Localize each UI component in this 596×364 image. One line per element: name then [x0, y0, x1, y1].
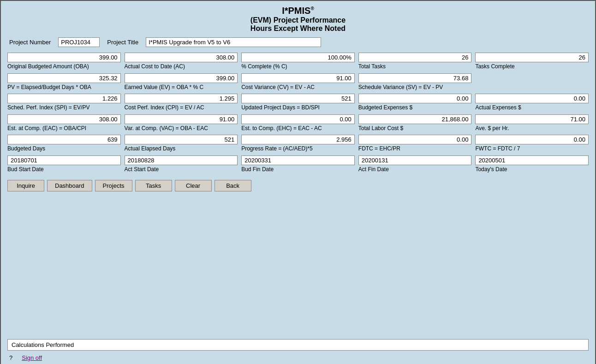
app-title: I*PMIS® [7, 6, 589, 16]
eac-label: Est. at Comp. (EAC) = OBA/CPI [7, 125, 121, 132]
ev-input[interactable] [125, 73, 238, 83]
upd-days-field: Updated Project Days = BD/SPI [241, 94, 355, 112]
project-number-label: Project Number [9, 39, 51, 46]
cv-sv-field: Cost Variance (CV) = EV - AC Schedule Va… [241, 73, 471, 91]
ave-hr-label: Ave. $ per Hr. [475, 125, 589, 132]
project-title-input[interactable] [146, 37, 321, 47]
budg-days-field: Budgeted Days [7, 135, 121, 153]
spi-input[interactable] [7, 94, 121, 103]
tasks-complete-input[interactable] [475, 53, 589, 62]
todays-date-input[interactable] [475, 155, 589, 165]
sv-label: Schedule Variance (SV) = EV - PV [358, 84, 472, 91]
fwtc-input[interactable] [475, 135, 589, 144]
cpi-input[interactable] [125, 94, 238, 103]
project-number-input[interactable] [58, 37, 100, 47]
oba-field: Original Budgeted Amount (OBA) [7, 53, 121, 71]
ave-hr-field: Ave. $ per Hr. [475, 114, 589, 132]
clear-button[interactable]: Clear [175, 180, 212, 191]
budg-days-label: Budgeted Days [7, 145, 121, 153]
ehc-input[interactable] [241, 114, 355, 124]
inquire-button[interactable]: Inquire [7, 180, 44, 191]
cv-input[interactable] [241, 73, 355, 83]
vac-field: Var. at Comp. (VAC) = OBA - EAC [125, 114, 238, 132]
vac-label: Var. at Comp. (VAC) = OBA - EAC [125, 125, 238, 132]
ehc-label: Est. to Comp. (EHC) = EAC - AC [241, 125, 355, 132]
pv-input[interactable] [7, 73, 121, 83]
tasks-button[interactable]: Tasks [135, 180, 172, 191]
fdtc-label: FDTC = EHC/PR [358, 145, 472, 153]
row1-values: Original Budgeted Amount (OBA) Actual Co… [7, 53, 589, 72]
fdtc-input[interactable] [358, 135, 472, 144]
total-tasks-input[interactable] [358, 53, 472, 62]
act-exp-input[interactable] [475, 94, 589, 103]
row3-values: Sched. Perf. Index (SPI) = EV/PV Cost Pe… [7, 94, 589, 113]
pv-field: PV = Elapsed/Budget Days * OBA [7, 73, 121, 91]
oba-label: Original Budgeted Amount (OBA) [7, 63, 121, 71]
spi-field: Sched. Perf. Index (SPI) = EV/PV [7, 94, 121, 112]
ac-field: Actual Cost to Date (AC) [125, 53, 238, 71]
act-elapsed-label: Actual Elapsed Days [125, 145, 238, 153]
total-tasks-field: Total Tasks [358, 53, 472, 71]
ev-label: Earned Value (EV) = OBA * % C [125, 84, 238, 91]
act-start-input[interactable] [125, 155, 238, 165]
progress-rate-label: Progress Rate = (AC/AED)*5 [241, 145, 355, 153]
act-fin-label: Act Fin Date [358, 166, 472, 173]
ave-hr-input[interactable] [475, 114, 589, 124]
sv-blank [475, 73, 589, 91]
bud-fin-label: Bud Fin Date [241, 166, 355, 173]
cpi-label: Cost Perf. Index (CPI) = EV / AC [125, 104, 238, 112]
back-button[interactable]: Back [215, 180, 251, 191]
fwtc-field: FWTC = FDTC / 7 [475, 135, 589, 153]
vac-input[interactable] [125, 114, 238, 124]
ev-field: Earned Value (EV) = OBA * % C [125, 73, 238, 91]
signoff-link[interactable]: Sign off [22, 354, 42, 361]
sv-input[interactable] [358, 73, 472, 83]
project-title-label: Project Title [107, 39, 138, 46]
act-start-label: Act Start Date [125, 166, 238, 173]
eac-input[interactable] [7, 114, 121, 124]
bud-fin-input[interactable] [241, 155, 355, 165]
row2-values: PV = Elapsed/Budget Days * OBA Earned Va… [7, 73, 589, 93]
app-subtitle1: (EVM) Project Performance [7, 16, 589, 24]
status-text: Calculations Performed [12, 341, 74, 348]
total-labor-label: Total Labor Cost $ [358, 125, 472, 132]
bud-fin-field: Bud Fin Date [241, 155, 355, 173]
ehc-field: Est. to Comp. (EHC) = EAC - AC [241, 114, 355, 132]
bud-start-input[interactable] [7, 155, 121, 165]
upd-days-input[interactable] [241, 94, 355, 103]
budg-exp-input[interactable] [358, 94, 472, 103]
pv-label: PV = Elapsed/Budget Days * OBA [7, 84, 121, 91]
bud-start-label: Bud Start Date [7, 166, 121, 173]
total-labor-field: Total Labor Cost $ [358, 114, 472, 132]
total-tasks-label: Total Tasks [358, 63, 472, 71]
action-buttons: Inquire Dashboard Projects Tasks Clear B… [7, 180, 589, 191]
app-header: I*PMIS® (EVM) Project Performance Hours … [7, 6, 589, 33]
app-subtitle2: Hours Except Where Noted [7, 24, 589, 33]
act-start-field: Act Start Date [125, 155, 238, 173]
row6-dates: Bud Start Date Act Start Date Bud Fin Da… [7, 155, 589, 175]
dashboard-button[interactable]: Dashboard [47, 180, 92, 191]
cv-label: Cost Variance (CV) = EV - AC [241, 84, 355, 91]
budg-days-input[interactable] [7, 135, 121, 144]
pct-input[interactable] [241, 53, 355, 62]
total-labor-input[interactable] [358, 114, 472, 124]
act-fin-input[interactable] [358, 155, 472, 165]
cpi-field: Cost Perf. Index (CPI) = EV / AC [125, 94, 238, 112]
eac-field: Est. at Comp. (EAC) = OBA/CPI [7, 114, 121, 132]
budg-exp-field: Budgeted Expenses $ [358, 94, 472, 112]
help-link[interactable]: ? [9, 354, 12, 361]
bud-start-field: Bud Start Date [7, 155, 121, 173]
todays-date-label: Today's Date [475, 166, 589, 173]
ac-input[interactable] [125, 53, 238, 62]
fdtc-field: FDTC = EHC/PR [358, 135, 472, 153]
act-fin-field: Act Fin Date [358, 155, 472, 173]
projects-button[interactable]: Projects [95, 180, 132, 191]
status-bar: Calculations Performed [7, 339, 589, 351]
tasks-complete-field: Tasks Complete [475, 53, 589, 71]
progress-rate-input[interactable] [241, 135, 355, 144]
footer: ? Sign off [7, 354, 589, 361]
act-elapsed-input[interactable] [125, 135, 238, 144]
progress-rate-field: Progress Rate = (AC/AED)*5 [241, 135, 355, 153]
act-exp-field: Actual Expenses $ [475, 94, 589, 112]
oba-input[interactable] [7, 53, 121, 62]
